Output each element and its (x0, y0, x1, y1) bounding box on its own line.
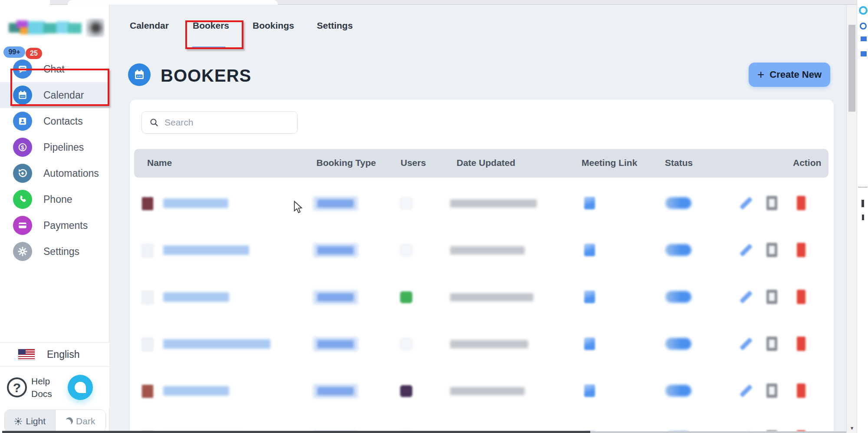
meeting-link-icon-redacted[interactable] (584, 291, 595, 303)
calendar-icon (13, 86, 32, 105)
col-action: Action (793, 158, 821, 168)
edit-icon-redacted[interactable] (740, 337, 753, 350)
col-name: Name (147, 158, 172, 168)
delete-icon-redacted[interactable] (797, 243, 806, 257)
booker-avatar-redacted (141, 384, 154, 398)
sidebar-item-chat[interactable]: Chat (0, 56, 109, 82)
col-status: Status (665, 158, 693, 168)
tab-calendar[interactable]: Calendar (130, 5, 169, 46)
table-header: NameBooking TypeUsersDate UpdatedMeeting… (134, 149, 829, 178)
sidebar-item-contacts[interactable]: Contacts (0, 108, 109, 134)
status-toggle-redacted[interactable] (665, 291, 691, 303)
delete-icon-redacted[interactable] (797, 290, 806, 304)
language-selector[interactable]: English (0, 342, 109, 367)
copy-icon-redacted[interactable] (766, 196, 777, 210)
user-avatar-redacted (400, 338, 413, 350)
date-updated-redacted (450, 293, 533, 301)
edit-icon-redacted[interactable] (740, 291, 753, 304)
main-content: CalendarBookersBookingsSettings SS BOOKE… (109, 5, 846, 433)
meeting-link-icon-redacted[interactable] (584, 197, 595, 209)
booker-name-redacted[interactable] (163, 339, 270, 349)
delete-icon-redacted[interactable] (797, 196, 806, 210)
gear-icon (13, 242, 32, 261)
moon-icon (65, 416, 74, 426)
delete-icon-redacted[interactable] (797, 337, 806, 351)
tab-bookings[interactable]: Bookings (253, 5, 294, 46)
booker-avatar-redacted (141, 244, 154, 258)
window-tab-shape (68, 0, 278, 5)
copy-icon-redacted[interactable] (766, 383, 777, 398)
table-row (130, 321, 834, 367)
booker-name-redacted[interactable] (163, 198, 228, 208)
booker-avatar-redacted (141, 337, 154, 351)
table-row (130, 180, 834, 227)
sidebar-item-pipelines[interactable]: $Pipelines (0, 134, 109, 160)
edit-icon-redacted[interactable] (740, 384, 753, 397)
booker-name-redacted[interactable] (163, 245, 249, 255)
booking-type-badge-redacted (313, 196, 358, 211)
date-updated-redacted (450, 246, 525, 255)
copy-icon-redacted[interactable] (766, 337, 777, 351)
scrollbar-thumb[interactable] (848, 25, 855, 112)
meeting-link-icon-redacted[interactable] (584, 384, 595, 397)
chat-count-badge: 99+ (3, 46, 25, 58)
page-scrollbar[interactable]: ▾ (846, 5, 857, 433)
tab-settings[interactable]: Settings (317, 5, 353, 46)
booking-type-badge-redacted (313, 337, 358, 351)
sidebar-item-automations[interactable]: Automations (0, 160, 109, 186)
help-docs-label[interactable]: Help Docs (31, 375, 52, 400)
theme-toggle: Light Dark (4, 410, 106, 433)
page-header: BOOKERS + Create New (109, 50, 846, 99)
status-toggle-redacted[interactable] (665, 385, 691, 397)
delete-icon-redacted[interactable] (797, 383, 806, 398)
status-toggle-redacted[interactable] (665, 197, 691, 209)
calendar-icon (128, 63, 151, 86)
fragment-blue-ring-icon (860, 23, 867, 30)
dollar-circle-icon: $ (13, 138, 32, 157)
status-toggle-redacted[interactable] (665, 244, 691, 256)
user-avatar-redacted (400, 197, 413, 210)
fragment-blue-square-icon (861, 36, 867, 41)
copy-icon-redacted[interactable] (766, 243, 777, 257)
sidebar-item-settings[interactable]: Settings (0, 238, 109, 264)
col-date-updated: Date Updated (457, 158, 515, 168)
top-tabbar: CalendarBookersBookingsSettings SS (109, 5, 846, 50)
col-booking-type: Booking Type (316, 158, 376, 168)
meeting-link-icon-redacted[interactable] (584, 244, 595, 256)
scrollbar-down-arrow[interactable]: ▾ (847, 425, 857, 431)
booker-name-redacted[interactable] (163, 386, 229, 396)
sidebar-item-calendar[interactable]: Calendar (0, 82, 109, 108)
chat-bubble-launcher-icon[interactable] (68, 375, 93, 400)
booker-name-redacted[interactable] (163, 292, 229, 302)
edit-icon-redacted[interactable] (740, 197, 753, 210)
sidebar-item-label: Pipelines (43, 142, 84, 153)
taskbar-edge-light (590, 431, 846, 433)
booking-type-badge-redacted (313, 290, 358, 304)
copy-icon-redacted[interactable] (766, 290, 777, 304)
sidebar-item-label: Contacts (43, 116, 83, 127)
col-meeting-link: Meeting Link (582, 158, 637, 168)
edit-icon-redacted[interactable] (740, 244, 753, 257)
chat-unread-badge: 25 (26, 48, 42, 59)
sidebar-item-payments[interactable]: Payments (0, 212, 109, 238)
status-toggle-redacted[interactable] (665, 338, 691, 350)
sidebar-item-phone[interactable]: Phone (0, 186, 109, 212)
question-circle-icon[interactable]: ? (7, 377, 27, 397)
tab-bookers[interactable]: Bookers (193, 5, 229, 46)
search-input[interactable] (164, 117, 297, 128)
date-updated-redacted (450, 340, 528, 348)
col-users: Users (401, 158, 426, 168)
light-mode-button[interactable]: Light (5, 410, 55, 432)
booking-type-badge-redacted (313, 384, 358, 398)
fragment-text1 (861, 200, 864, 207)
credit-card-icon (13, 216, 32, 235)
dark-mode-button[interactable]: Dark (55, 410, 106, 432)
us-flag-icon (18, 349, 35, 360)
sun-icon (14, 417, 23, 426)
fragment-cyan-icon (859, 6, 868, 15)
meeting-link-icon-redacted[interactable] (584, 337, 595, 350)
window-top-strip (0, 0, 857, 5)
create-new-button[interactable]: + Create New (749, 63, 830, 87)
right-edge-fragments (857, 0, 868, 433)
search-icon (149, 117, 159, 128)
